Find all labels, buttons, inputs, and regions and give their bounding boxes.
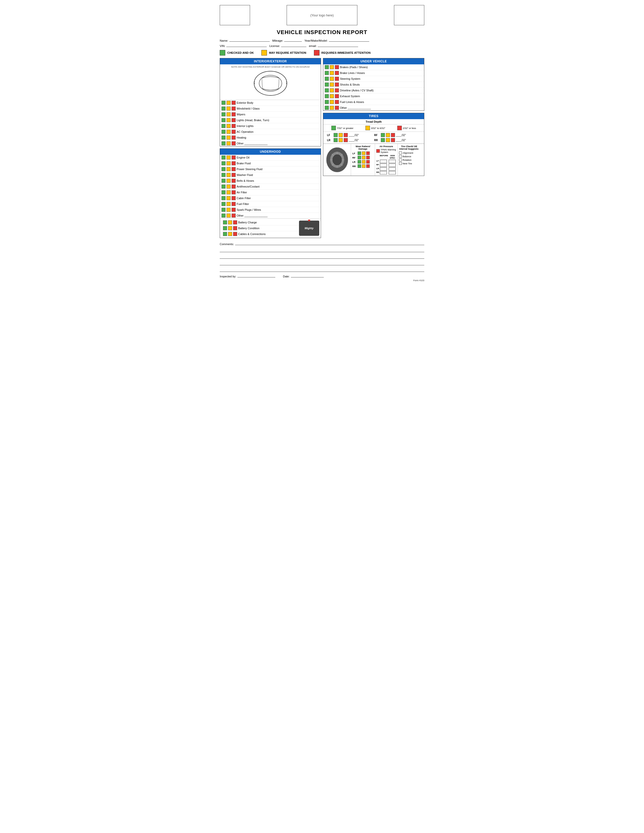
bat-yellow-1[interactable] (228, 226, 232, 230)
uv-yellow-4[interactable] (330, 88, 334, 92)
uh-yellow-6[interactable] (227, 190, 230, 195)
comments-line-3[interactable] (220, 254, 424, 259)
int-yellow-3[interactable] (227, 118, 230, 122)
uv-green-6[interactable] (325, 100, 329, 104)
int-red-2[interactable] (232, 113, 236, 116)
uh-yellow-10[interactable] (227, 214, 230, 217)
uv-green-4[interactable] (325, 88, 329, 92)
uv-red-2[interactable] (335, 77, 339, 81)
tc-checkbox-3[interactable] (399, 162, 402, 165)
uv-red-3[interactable] (335, 82, 339, 87)
uv-yellow-7[interactable] (330, 106, 334, 110)
uh-red-9[interactable] (232, 208, 236, 212)
uv-green-2[interactable] (325, 77, 329, 81)
int-yellow-4[interactable] (227, 124, 230, 128)
uh-yellow-7[interactable] (227, 196, 230, 200)
uv-green-7[interactable] (325, 106, 329, 110)
uh-yellow-9[interactable] (227, 208, 230, 212)
lr-before-box[interactable] (380, 167, 387, 170)
bat-green-2[interactable] (223, 232, 227, 236)
rr-oem-box[interactable] (389, 171, 396, 174)
license-input[interactable] (281, 43, 306, 47)
uh-red-2[interactable] (232, 167, 236, 171)
bat-green-0[interactable] (223, 220, 227, 224)
uv-green-0[interactable] (325, 65, 329, 69)
uv-red-5[interactable] (335, 94, 339, 98)
uv-red-6[interactable] (335, 100, 339, 104)
year-make-model-input[interactable] (329, 38, 369, 42)
uh-green-7[interactable] (222, 196, 225, 200)
int-red-1[interactable] (232, 106, 236, 111)
int-green-2[interactable] (222, 113, 225, 116)
int-red-6[interactable] (232, 135, 236, 140)
int-green-4[interactable] (222, 124, 225, 128)
int-red-7[interactable] (232, 142, 236, 145)
uv-yellow-5[interactable] (330, 94, 334, 98)
int-yellow-6[interactable] (227, 135, 230, 140)
tc-checkbox-2[interactable] (399, 159, 402, 161)
int-yellow-2[interactable] (227, 113, 230, 116)
uv-green-1[interactable] (325, 71, 329, 75)
uh-green-0[interactable] (222, 156, 225, 159)
uh-yellow-8[interactable] (227, 202, 230, 206)
uv-red-0[interactable] (335, 65, 339, 69)
date-input[interactable] (291, 274, 324, 277)
uh-green-4[interactable] (222, 179, 225, 183)
comments-line-4[interactable] (220, 261, 424, 265)
uv-yellow-2[interactable] (330, 77, 334, 81)
bat-yellow-0[interactable] (228, 220, 232, 224)
uh-green-10[interactable] (222, 214, 225, 217)
uv-red-7[interactable] (335, 106, 339, 110)
uh-red-6[interactable] (232, 190, 236, 195)
bat-green-1[interactable] (223, 226, 227, 230)
bat-yellow-2[interactable] (228, 232, 232, 236)
uh-yellow-5[interactable] (227, 185, 230, 188)
inspected-by-input[interactable] (237, 274, 275, 277)
int-yellow-7[interactable] (227, 142, 230, 145)
uv-green-3[interactable] (325, 82, 329, 87)
uh-red-8[interactable] (232, 202, 236, 206)
uh-green-3[interactable] (222, 173, 225, 177)
mileage-input[interactable] (284, 38, 302, 42)
int-green-6[interactable] (222, 135, 225, 140)
uh-green-1[interactable] (222, 161, 225, 165)
comments-line-1[interactable] (235, 241, 424, 245)
lf-before-box[interactable] (380, 160, 387, 163)
uv-yellow-3[interactable] (330, 82, 334, 87)
rf-oem-box[interactable] (389, 164, 396, 167)
uv-yellow-0[interactable] (330, 65, 334, 69)
uh-yellow-4[interactable] (227, 179, 230, 183)
int-yellow-0[interactable] (227, 101, 230, 105)
uh-yellow-2[interactable] (227, 167, 230, 171)
uh-red-10[interactable] (232, 214, 236, 217)
uh-red-4[interactable] (232, 179, 236, 183)
uv-yellow-6[interactable] (330, 100, 334, 104)
comments-line-2[interactable] (220, 248, 424, 252)
rr-before-box[interactable] (380, 171, 387, 174)
uh-yellow-3[interactable] (227, 173, 230, 177)
lr-oem-box[interactable] (389, 167, 396, 170)
name-input[interactable] (229, 38, 270, 42)
int-green-0[interactable] (222, 101, 225, 105)
int-red-3[interactable] (232, 118, 236, 122)
int-green-3[interactable] (222, 118, 225, 122)
int-green-5[interactable] (222, 130, 225, 134)
uh-green-6[interactable] (222, 190, 225, 195)
rf-before-box[interactable] (380, 164, 387, 167)
int-red-0[interactable] (232, 101, 236, 105)
uh-green-9[interactable] (222, 208, 225, 212)
int-green-1[interactable] (222, 106, 225, 111)
comments-line-5[interactable] (220, 267, 424, 272)
uh-green-8[interactable] (222, 202, 225, 206)
uh-red-5[interactable] (232, 185, 236, 188)
uh-yellow-0[interactable] (227, 156, 230, 159)
vin-input[interactable] (226, 43, 267, 47)
bat-red-2[interactable] (233, 232, 237, 236)
uv-green-5[interactable] (325, 94, 329, 98)
uh-green-5[interactable] (222, 185, 225, 188)
lf-oem-box[interactable] (389, 160, 396, 163)
uv-red-1[interactable] (335, 71, 339, 75)
int-yellow-1[interactable] (227, 106, 230, 111)
uh-red-7[interactable] (232, 196, 236, 200)
uv-red-4[interactable] (335, 88, 339, 92)
